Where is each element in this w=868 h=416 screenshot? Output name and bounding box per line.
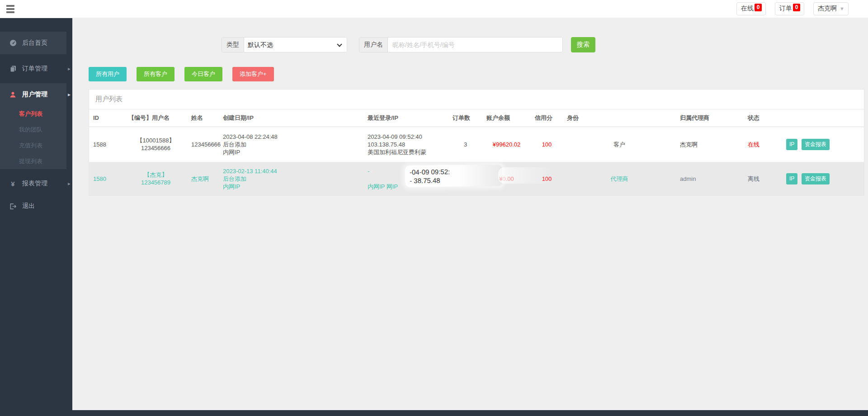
sidebar-subitem-label: 充值列表 bbox=[19, 142, 42, 150]
col-balance: 账户余额 bbox=[482, 109, 531, 127]
ip-button[interactable]: IP bbox=[786, 173, 797, 184]
sidebar-item-report-mgmt[interactable]: ¥ 报表管理 ▸ bbox=[0, 172, 66, 195]
drag-ghost-line1: -04-09 09:52: bbox=[410, 167, 502, 176]
fund-report-button[interactable]: 资金报表 bbox=[802, 173, 830, 184]
username-group: 用户名 bbox=[359, 37, 563, 52]
drag-ghost-overlay: -04-09 09:52: - 38.75.48 bbox=[405, 165, 502, 187]
col-agent: 归属代理商 bbox=[676, 109, 744, 127]
cell-status: 在线 bbox=[744, 127, 782, 162]
col-id: ID bbox=[89, 109, 124, 127]
user-menu[interactable]: 杰克啊 ▼ bbox=[813, 2, 849, 15]
sidebar-item-label: 后台首页 bbox=[22, 39, 47, 47]
yen-icon: ¥ bbox=[9, 180, 17, 188]
sidebar-subitem-withdraw-list[interactable]: 提现列表 bbox=[0, 153, 66, 169]
cell-name: 123456666 bbox=[187, 127, 219, 162]
cell-balance: ¥99620.02 bbox=[482, 127, 531, 162]
all-customers-button[interactable]: 所有客户 bbox=[137, 67, 175, 81]
cell-actions: IP 资金报表 bbox=[782, 127, 864, 162]
cell-agent: admin bbox=[676, 162, 744, 195]
table-row[interactable]: 1588 【10001588】123456666 123456666 2023-… bbox=[89, 127, 864, 162]
cell-credit: 100 bbox=[531, 127, 563, 162]
cell-order-count: 3 bbox=[448, 127, 482, 162]
dashboard-icon bbox=[9, 39, 17, 47]
col-name: 姓名 bbox=[187, 109, 219, 127]
cell-role: 代理商 bbox=[563, 162, 676, 195]
sidebar-item-label: 报表管理 bbox=[22, 180, 47, 188]
type-select-wrap: 默认不选 bbox=[244, 38, 347, 52]
cell-id: 1588 bbox=[89, 127, 124, 162]
online-count-badge: 0 bbox=[755, 4, 762, 11]
chevron-right-icon: ▸ bbox=[68, 91, 71, 98]
sidebar-subitem-my-team[interactable]: 我的团队 bbox=[0, 122, 66, 137]
chevron-right-icon: ▸ bbox=[68, 66, 71, 72]
search-button[interactable]: 搜索 bbox=[571, 37, 595, 52]
orders-label: 订单 bbox=[779, 5, 792, 13]
sidebar-subitem-customer-list[interactable]: 客户列表 bbox=[0, 106, 66, 122]
cell-created: 2023-02-13 11:40:44 后台添加 内网IP bbox=[219, 162, 363, 195]
actions-row: 所有用户 所有客户 今日客户 添加客户+ bbox=[89, 67, 864, 81]
drag-ghost-line2: - 38.75.48 bbox=[410, 175, 502, 185]
sidebar-item-label: 退出 bbox=[22, 202, 35, 210]
sidebar-item-home[interactable]: 后台首页 bbox=[0, 32, 66, 54]
sidebar-item-label: 订单管理 bbox=[22, 65, 47, 73]
cell-code-user: 【10001588】123456666 bbox=[124, 127, 187, 162]
sidebar-item-logout[interactable]: 退出 bbox=[0, 195, 66, 217]
col-last-login: 最近登录/IP bbox=[363, 109, 448, 127]
sidebar: 后台首页 订单管理 ▸ 用户管理 ▸ 客户列表 我的团队 充值列表 提现列表 bbox=[0, 18, 72, 416]
main-content: 类型 默认不选 用户名 搜索 所有用户 所有客户 今日客户 添加客户+ 用户列表 bbox=[72, 18, 868, 416]
table-header-row: ID 【编号】用户名 姓名 创建日期/IP 最近登录/IP 订单数 账户余额 信… bbox=[89, 109, 864, 127]
user-name: 杰克啊 bbox=[818, 5, 837, 13]
type-label: 类型 bbox=[222, 38, 244, 52]
col-role: 身份 bbox=[563, 109, 676, 127]
ip-button[interactable]: IP bbox=[786, 139, 797, 150]
orders-counter[interactable]: 订单 0 bbox=[775, 2, 804, 15]
today-customers-button[interactable]: 今日客户 bbox=[184, 67, 222, 81]
cell-actions: IP 资金报表 bbox=[782, 162, 864, 195]
type-filter-group: 类型 默认不选 bbox=[222, 37, 347, 52]
add-customer-button[interactable]: 添加客户+ bbox=[232, 67, 274, 81]
username-label: 用户名 bbox=[359, 38, 388, 52]
sidebar-subitem-label: 客户列表 bbox=[19, 110, 42, 118]
cell-status: 离线 bbox=[744, 162, 782, 195]
sidebar-subitem-label: 提现列表 bbox=[19, 157, 42, 165]
search-form: 类型 默认不选 用户名 搜索 bbox=[222, 37, 864, 52]
user-list-panel: 用户列表 ID 【编号】用户名 姓名 创建日期/IP 最近登录/IP 订单数 账… bbox=[89, 89, 864, 196]
chevron-down-icon: ▼ bbox=[840, 6, 844, 11]
username-input[interactable] bbox=[388, 38, 562, 52]
topbar: 在线 0 订单 0 杰克啊 ▼ bbox=[0, 0, 868, 18]
drag-ghost-fade bbox=[498, 167, 552, 184]
sidebar-item-order-mgmt[interactable]: 订单管理 ▸ bbox=[0, 57, 66, 80]
cell-role: 客户 bbox=[563, 127, 676, 162]
panel-title: 用户列表 bbox=[89, 90, 864, 109]
logout-icon bbox=[9, 203, 17, 210]
cell-code-user: 【杰克】123456789 bbox=[124, 162, 187, 195]
cell-name: 杰克啊 bbox=[187, 162, 219, 195]
cell-agent: 杰克啊 bbox=[676, 127, 744, 162]
col-order-count: 订单数 bbox=[448, 109, 482, 127]
all-users-button[interactable]: 所有用户 bbox=[89, 67, 127, 81]
topbar-right: 在线 0 订单 0 杰克啊 ▼ bbox=[736, 2, 849, 15]
col-code-user: 【编号】用户名 bbox=[124, 109, 187, 127]
orders-icon bbox=[9, 65, 17, 72]
sidebar-group-user-mgmt: 用户管理 ▸ 客户列表 我的团队 充值列表 提现列表 bbox=[0, 83, 66, 169]
col-created: 创建日期/IP bbox=[219, 109, 363, 127]
sidebar-item-user-mgmt[interactable]: 用户管理 ▸ bbox=[0, 83, 66, 106]
cell-id: 1580 bbox=[89, 162, 124, 195]
fund-report-button[interactable]: 资金报表 bbox=[802, 139, 830, 150]
cell-created: 2023-04-08 22:24:48 后台添加 内网IP bbox=[219, 127, 363, 162]
online-label: 在线 bbox=[741, 5, 754, 13]
bottom-bar bbox=[0, 410, 868, 416]
sidebar-subitem-label: 我的团队 bbox=[19, 126, 42, 134]
type-select[interactable]: 默认不选 bbox=[244, 38, 347, 52]
chevron-right-icon: ▸ bbox=[68, 180, 71, 187]
sidebar-item-label: 用户管理 bbox=[22, 90, 47, 99]
col-status: 状态 bbox=[744, 109, 782, 127]
orders-count-badge: 0 bbox=[793, 4, 800, 11]
col-actions bbox=[782, 109, 864, 127]
cell-last-login: 2023-04-09 09:52:40 103.138.75.48 美国加利福尼… bbox=[363, 127, 448, 162]
sidebar-subitem-recharge-list[interactable]: 充值列表 bbox=[0, 137, 66, 153]
online-counter[interactable]: 在线 0 bbox=[736, 2, 766, 15]
user-icon bbox=[9, 91, 17, 98]
col-credit: 信用分 bbox=[531, 109, 563, 127]
hamburger-menu-icon[interactable] bbox=[0, 0, 21, 18]
